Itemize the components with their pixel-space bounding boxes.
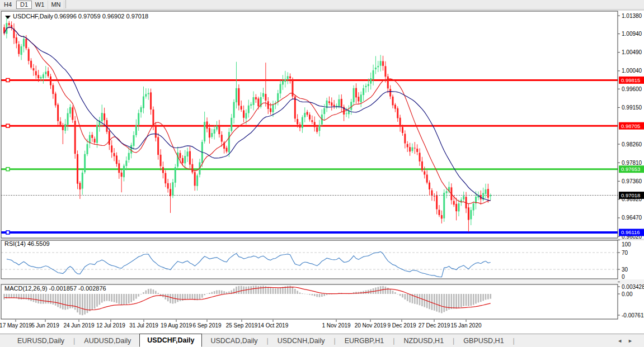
candle-body	[218, 126, 220, 134]
macd-histogram-bar	[431, 294, 433, 310]
macd-histogram-bar	[323, 294, 325, 296]
macd-histogram-bar	[424, 294, 425, 307]
macd-histogram-bar	[441, 294, 443, 313]
candle-body	[45, 72, 46, 74]
tab-scroll-right-icon[interactable]: ►	[628, 338, 638, 344]
candle-body	[338, 99, 340, 106]
candle-body	[23, 39, 25, 46]
rsi-label: RSI(14) 46.5509	[4, 240, 50, 247]
candle-body	[282, 81, 284, 85]
macd-histogram-bar	[172, 294, 174, 304]
level-anchor-marker[interactable]	[6, 231, 10, 234]
candle-body	[323, 108, 325, 114]
macd-histogram-bar	[216, 291, 218, 294]
level-anchor-marker[interactable]	[6, 78, 10, 82]
y-tick-label: 0.97360	[622, 178, 642, 184]
macd-histogram-bar	[89, 294, 91, 311]
macd-histogram-bar	[55, 294, 57, 306]
candle-body	[302, 117, 303, 128]
candle-body	[57, 104, 59, 121]
timeframe-button-d1[interactable]: D1	[16, 1, 32, 9]
candle-body	[394, 104, 396, 108]
macd-histogram-bar	[485, 294, 487, 300]
chart-tab-nzdusd[interactable]: NZDUSD,H1	[396, 336, 453, 346]
macd-histogram-bar	[221, 291, 223, 294]
level-anchor-marker[interactable]	[6, 168, 10, 171]
macd-histogram-bar	[482, 294, 484, 301]
candle-body	[84, 154, 86, 173]
candle-body	[307, 112, 308, 115]
candle-body	[409, 147, 411, 151]
macd-histogram-bar	[140, 294, 142, 294]
y-tick-label: 1.01380	[622, 13, 642, 19]
macd-histogram-bar	[155, 291, 157, 294]
macd-histogram-bar	[35, 294, 37, 303]
macd-histogram-bar	[421, 294, 423, 306]
macd-histogram-bar	[236, 287, 237, 294]
candle-body	[455, 204, 457, 211]
macd-histogram-bar	[270, 288, 271, 294]
chart-tab-eurgbp[interactable]: EURGBP,H1	[336, 336, 393, 346]
candle-body	[214, 129, 215, 134]
macd-histogram-bar	[104, 294, 105, 301]
chart-title: USDCHF,Daily	[13, 13, 54, 20]
candle-body	[314, 122, 316, 127]
timeframe-button-w1[interactable]: W1	[32, 1, 48, 9]
macd-histogram-bar	[30, 294, 32, 301]
candle-body	[270, 108, 271, 112]
timeframe-button-h4[interactable]: H4	[0, 1, 16, 9]
tab-scroll-left-icon[interactable]: ◄	[617, 338, 628, 344]
chart-window[interactable]: 1.013801.009401.004901.000400.996000.991…	[0, 9, 644, 334]
candle-body	[30, 61, 32, 68]
macd-histogram-bar	[314, 294, 316, 296]
macd-histogram-bar	[150, 289, 152, 294]
macd-histogram-bar	[460, 294, 462, 307]
chart-canvas[interactable]: 1.013801.009401.004901.000400.996000.991…	[0, 9, 644, 334]
macd-histogram-bar	[487, 294, 489, 300]
chart-tab-usdcnh[interactable]: USDCNH,Daily	[269, 336, 333, 346]
macd-histogram-bar	[439, 294, 440, 312]
macd-histogram-bar	[280, 287, 281, 294]
macd-histogram-bar	[157, 293, 159, 294]
macd-histogram-bar	[389, 289, 391, 294]
timeframe-toolbar: H4D1W1MN	[0, 0, 644, 9]
candle-body	[262, 93, 264, 97]
chart-menu-arrow-icon[interactable]	[5, 16, 11, 19]
price-badge-label: 0.96116	[621, 229, 640, 235]
macd-histogram-bar	[262, 286, 264, 294]
timeframe-button-mn[interactable]: MN	[48, 1, 64, 9]
macd-histogram-bar	[458, 294, 460, 308]
candle-body	[182, 158, 184, 163]
candle-body	[206, 121, 208, 129]
macd-histogram-bar	[187, 294, 189, 299]
macd-histogram-bar	[111, 294, 112, 302]
macd-histogram-bar	[446, 294, 448, 311]
chart-tab-eurusd[interactable]: EURUSD,Daily	[9, 336, 73, 346]
candle-body	[328, 101, 330, 103]
level-anchor-marker[interactable]	[6, 124, 10, 127]
candle-body	[485, 189, 486, 194]
chart-tab-usdcad[interactable]: USDCAD,Daily	[202, 336, 266, 346]
candle-body	[392, 97, 394, 106]
candle-body	[375, 68, 377, 69]
candle-body	[104, 113, 105, 120]
macd-histogram-bar	[326, 294, 328, 295]
macd-histogram-bar	[385, 287, 387, 294]
chart-tab-usdchf[interactable]: USDCHF,Daily	[139, 334, 202, 347]
candle-body	[365, 86, 366, 87]
macd-histogram-bar	[13, 294, 15, 298]
candle-body	[118, 163, 120, 173]
rsi-indicator	[1, 251, 618, 277]
macd-histogram-bar	[409, 294, 411, 302]
chart-tab-gbpusd[interactable]: GBPUSD,H1	[455, 336, 512, 346]
x-tick-label: 1 Nov 2019	[322, 322, 351, 329]
candle-body	[25, 39, 27, 49]
candle-body	[380, 61, 382, 66]
candle-body	[287, 76, 289, 79]
x-tick-label: 19 Aug 2019	[161, 322, 192, 329]
macd-histogram-bar	[43, 294, 44, 304]
candle-body	[74, 121, 76, 154]
macd-histogram-bar	[416, 294, 418, 305]
chart-tab-audusd[interactable]: AUDUSD,Daily	[76, 336, 139, 346]
pane-splitter-2[interactable]	[0, 279, 644, 284]
